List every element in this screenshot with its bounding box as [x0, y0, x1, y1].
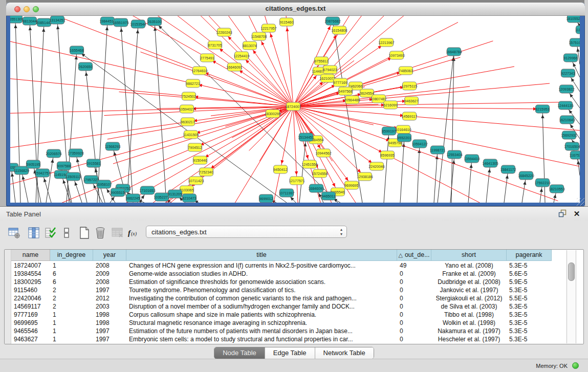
graph-node[interactable]: 3915581 — [86, 159, 100, 167]
graph-node[interactable]: 6794023 — [323, 65, 337, 74]
graph-node[interactable]: 11548708 — [251, 32, 267, 40]
graph-node[interactable]: 17592210 — [534, 179, 550, 187]
table-scrollbar-thumb[interactable] — [568, 262, 575, 281]
table-cell[interactable]: 1 — [50, 311, 93, 319]
table-cell[interactable]: Estimation of significance thresholds fo… — [126, 278, 397, 286]
table-cell[interactable]: 2 — [50, 294, 93, 302]
graph-node[interactable]: 10594027 — [179, 105, 194, 113]
table-cell[interactable]: 49 — [397, 261, 431, 270]
table-cell[interactable]: 5.3E-5 — [507, 302, 552, 311]
table-cell[interactable]: 9777169 — [11, 311, 50, 319]
new-column-icon[interactable] — [76, 225, 93, 242]
graph-node[interactable]: 18210553 — [549, 185, 564, 193]
graph-node[interactable]: 7524502 — [182, 92, 195, 100]
table-cell[interactable]: 1997 — [93, 286, 126, 294]
graph-node[interactable]: 8813044 — [23, 17, 36, 25]
table-cell[interactable]: 9463627 — [11, 335, 50, 343]
table-row[interactable]: 946362711997Embryonic stem cells: a mode… — [11, 335, 552, 343]
graph-node[interactable]: 9115460 — [280, 18, 294, 26]
graph-node[interactable]: 16846091 — [308, 184, 324, 192]
graph-node[interactable]: 15134451 — [298, 133, 314, 141]
table-cell[interactable]: 9115460 — [11, 286, 50, 294]
graph-node[interactable]: 17359928 — [68, 149, 83, 157]
table-cell[interactable]: 2 — [50, 286, 93, 294]
graph-node[interactable]: 9699012 — [259, 194, 273, 203]
graph-node[interactable]: 12254419 — [233, 52, 249, 60]
table-cell[interactable]: Stergiakouli et al. (2012) — [431, 294, 507, 302]
table-cell[interactable]: 9699695 — [11, 319, 50, 327]
table-cell[interactable]: 0 — [397, 327, 431, 335]
graph-node[interactable]: 18724007 — [285, 102, 301, 111]
table-cell[interactable]: Yano et al. (2008) — [431, 261, 507, 270]
function-builder-icon[interactable]: f (x) — [126, 225, 142, 242]
table-row[interactable]: 1938455462009Genome-wide association stu… — [11, 270, 552, 278]
graph-node[interactable]: 2775491 — [200, 54, 214, 62]
table-cell[interactable]: Corpus callosum shape and size in male p… — [126, 311, 397, 319]
graph-node[interactable]: 7904512 — [188, 143, 202, 151]
graph-node[interactable]: 2620650 — [78, 62, 92, 71]
table-cell[interactable]: 0 — [397, 302, 431, 311]
table-row[interactable]: 2242004622012Investigating the contribut… — [11, 294, 552, 302]
table-cell[interactable]: 2 — [50, 302, 93, 311]
graph-node[interactable]: 8215953 — [535, 105, 549, 113]
table-cell[interactable]: 0 — [397, 294, 431, 302]
graph-node[interactable]: 9630217 — [181, 118, 194, 126]
table-cell[interactable]: 0 — [397, 278, 431, 286]
column-header-short[interactable]: short — [431, 250, 507, 261]
table-row[interactable]: 1872400712008Changes of HCN gene express… — [11, 261, 552, 270]
table-cell[interactable]: Investigating the contribution of common… — [126, 294, 397, 302]
graph-node[interactable]: 12213967 — [378, 38, 394, 47]
graph-node[interactable]: 14569117 — [402, 112, 418, 120]
graph-node[interactable]: 12093822 — [558, 85, 574, 93]
graph-node[interactable]: 10973493 — [388, 51, 404, 59]
table-cell[interactable]: Jankovic et al. (1997) — [431, 286, 507, 294]
table-row[interactable]: 969969511998Structural magnetic resonanc… — [11, 319, 552, 327]
table-cell[interactable]: 0 — [397, 335, 431, 343]
graph-node[interactable]: 19844510 — [99, 17, 115, 25]
tab-network-table[interactable]: Network Table — [315, 347, 374, 359]
float-panel-icon[interactable] — [557, 209, 568, 219]
graph-node[interactable]: 9755812 — [314, 57, 328, 65]
table-cell[interactable]: 1 — [50, 327, 93, 335]
graph-node[interactable]: 12938186 — [357, 172, 373, 181]
graph-node[interactable]: 8599197 — [382, 127, 396, 135]
table-cell[interactable]: 5.3E-5 — [507, 327, 552, 335]
table-cell[interactable]: 5.6E-5 — [507, 270, 552, 278]
graph-node[interactable]: 12451556 — [301, 160, 317, 168]
table-row[interactable]: 946554611997Estimation of the future num… — [11, 327, 552, 335]
show-columns-icon[interactable] — [26, 225, 42, 242]
tab-node-table[interactable]: Node Table — [214, 347, 265, 359]
tab-edge-table[interactable]: Edge Table — [265, 347, 315, 359]
table-cell[interactable]: 5.9E-5 — [507, 278, 552, 286]
table-cell[interactable]: Embryonic stem cells: a model to study s… — [126, 335, 397, 343]
graph-node[interactable]: 15724554 — [312, 169, 328, 178]
graph-node[interactable]: 12975115 — [402, 82, 418, 90]
graph-node[interactable]: 9862245 — [126, 194, 140, 202]
table-cell[interactable]: 5.3E-5 — [507, 319, 552, 327]
graph-node[interactable]: 16154808 — [331, 26, 347, 34]
table-cell[interactable]: 5.5E-5 — [507, 294, 552, 302]
graph-node[interactable]: 9227343 — [561, 69, 575, 77]
graph-node[interactable]: 20206576 — [46, 149, 61, 158]
graph-node[interactable]: 12217957 — [260, 24, 276, 32]
table-scrollbar[interactable] — [567, 250, 576, 343]
table-row[interactable]: 1830029562008Estimation of significance … — [11, 278, 552, 286]
table-cell[interactable]: 2008 — [93, 278, 126, 286]
table-cell[interactable]: 6 — [50, 278, 93, 286]
table-cell[interactable]: Tourette syndrome. Phenomenology and cla… — [126, 286, 397, 294]
graph-node[interactable]: 16648784 — [446, 48, 462, 56]
graph-node[interactable]: 15841172 — [500, 165, 516, 173]
table-cell[interactable]: 5.3E-5 — [507, 286, 552, 294]
graph-node[interactable]: 17016504 — [564, 142, 580, 150]
table-cell[interactable]: Nakamura et al. (1997) — [431, 327, 507, 335]
graph-node[interactable]: 16551309 — [10, 16, 24, 23]
table-cell[interactable]: 1997 — [93, 327, 126, 335]
graph-node[interactable]: 10711423 — [188, 177, 204, 185]
table-cell[interactable]: 1 — [50, 319, 93, 327]
table-row[interactable]: 911546021997Tourette syndrome. Phenomeno… — [11, 286, 552, 294]
table-cell[interactable]: Structural magnetic resonance image aver… — [126, 319, 397, 327]
column-header-pagerank[interactable]: pagerank — [507, 250, 552, 261]
table-cell[interactable]: 2003 — [93, 302, 126, 311]
table-select-dropdown[interactable]: citations_edges.txt ▴▾ — [146, 226, 347, 238]
table-cell[interactable]: Estimation of the future numbers of pati… — [126, 327, 397, 335]
